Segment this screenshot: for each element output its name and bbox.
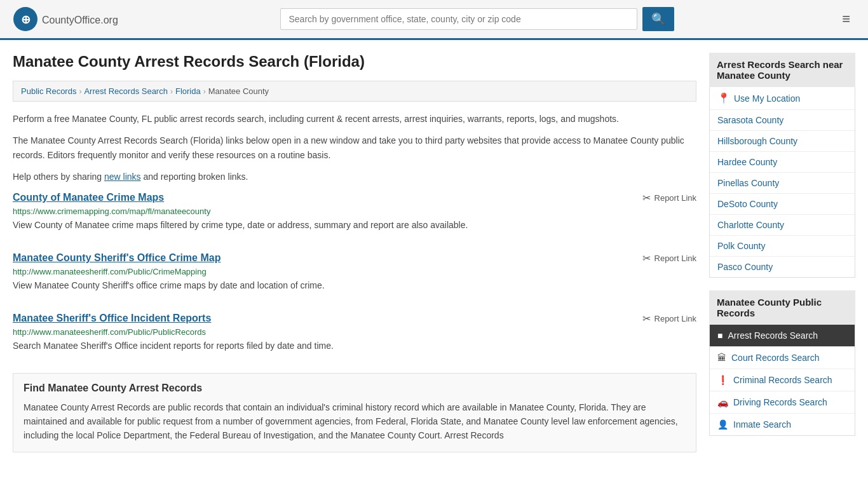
search-input[interactable] <box>280 8 637 30</box>
find-section: Find Manatee County Arrest Records Manat… <box>13 373 696 452</box>
breadcrumb-arrest-records[interactable]: Arrest Records Search <box>84 86 168 96</box>
nearby-list: 📍 Use My Location Sarasota CountyHillsbo… <box>709 87 855 278</box>
nearby-link-3[interactable]: Pinellas County <box>717 178 779 188</box>
find-text: Manatee County Arrest Records are public… <box>24 400 686 443</box>
description-para3: Help others by sharing new links and rep… <box>13 170 696 184</box>
report-link-2[interactable]: ✂ Report Link <box>642 313 696 325</box>
nearby-item-1[interactable]: Hillsborough County <box>710 131 855 152</box>
pr-link-4[interactable]: Inmate Search <box>733 419 791 430</box>
result-item: Manatee Sheriff's Office Incident Report… <box>13 313 696 358</box>
nearby-item-4[interactable]: DeSoto County <box>710 194 855 215</box>
new-links-link[interactable]: new links <box>104 172 141 182</box>
nearby-item-7[interactable]: Pasco County <box>710 257 855 277</box>
nearby-link-1[interactable]: Hillsborough County <box>717 136 797 146</box>
pr-icon-0: ■ <box>717 330 722 341</box>
find-title: Find Manatee County Arrest Records <box>24 383 686 394</box>
result-title-2[interactable]: Manatee Sheriff's Office Incident Report… <box>13 313 211 324</box>
page-title: Manatee County Arrest Records Search (Fl… <box>13 53 696 71</box>
sidebar: Arrest Records Search near Manatee Count… <box>709 53 855 452</box>
public-records-item-0[interactable]: ■Arrest Records Search <box>710 325 855 347</box>
logo-icon: ⊕ <box>13 6 38 32</box>
nearby-link-2[interactable]: Hardee County <box>717 157 777 167</box>
use-location-link[interactable]: Use My Location <box>734 93 800 104</box>
pr-icon-1: 🏛 <box>717 353 726 363</box>
pr-label-0: Arrest Records Search <box>728 330 818 341</box>
nearby-link-6[interactable]: Polk County <box>717 241 765 251</box>
breadcrumb-florida[interactable]: Florida <box>175 86 201 96</box>
nearby-link-0[interactable]: Sarasota County <box>717 115 783 125</box>
report-icon-2: ✂ <box>642 313 651 325</box>
location-pin-icon: 📍 <box>717 92 730 104</box>
menu-button[interactable]: ≡ <box>837 8 855 30</box>
breadcrumb-public-records[interactable]: Public Records <box>21 86 76 96</box>
public-records-heading: Manatee County Public Records <box>709 290 855 325</box>
use-location-item[interactable]: 📍 Use My Location <box>710 87 855 110</box>
public-records-item-3[interactable]: 🚗Driving Records Search <box>710 391 855 414</box>
report-icon-1: ✂ <box>642 252 651 264</box>
breadcrumb-sep-2: › <box>170 87 173 96</box>
pr-link-2[interactable]: Criminal Records Search <box>733 375 832 385</box>
result-title-0[interactable]: County of Manatee Crime Maps <box>13 192 164 203</box>
nearby-item-2[interactable]: Hardee County <box>710 152 855 173</box>
result-desc-1: View Manatee County Sheriff's office cri… <box>13 279 696 292</box>
nearby-item-6[interactable]: Polk County <box>710 236 855 257</box>
main-container: Manatee County Arrest Records Search (Fl… <box>0 40 868 465</box>
breadcrumb: Public Records › Arrest Records Search ›… <box>13 81 696 102</box>
result-title-1[interactable]: Manatee County Sheriff's Office Crime Ma… <box>13 252 220 264</box>
result-desc-0: View County of Manatee crime maps filter… <box>13 219 696 232</box>
svg-text:⊕: ⊕ <box>21 13 31 26</box>
nearby-link-5[interactable]: Charlotte County <box>717 220 784 230</box>
pr-icon-2: ❗ <box>717 375 728 385</box>
result-item: County of Manatee Crime Maps ✂ Report Li… <box>13 192 696 237</box>
nearby-item-0[interactable]: Sarasota County <box>710 110 855 131</box>
breadcrumb-sep-1: › <box>79 87 81 96</box>
breadcrumb-current: Manatee County <box>208 86 269 96</box>
public-records-item-4[interactable]: 👤Inmate Search <box>710 414 855 435</box>
breadcrumb-sep-3: › <box>203 87 206 96</box>
result-url-2: http://www.manateesheriff.com/Public/Pub… <box>13 327 696 337</box>
description-para1: Perform a free Manatee County, FL public… <box>13 112 696 126</box>
public-records-item-1[interactable]: 🏛Court Records Search <box>710 347 855 369</box>
pr-link-3[interactable]: Driving Records Search <box>733 397 827 407</box>
nearby-item-5[interactable]: Charlotte County <box>710 215 855 236</box>
content-area: Manatee County Arrest Records Search (Fl… <box>13 53 696 452</box>
public-records-list: ■Arrest Records Search🏛Court Records Sea… <box>709 325 855 436</box>
search-button[interactable]: 🔍 <box>642 7 674 31</box>
report-link-1[interactable]: ✂ Report Link <box>642 252 696 264</box>
result-item: Manatee County Sheriff's Office Crime Ma… <box>13 252 696 297</box>
logo-area[interactable]: ⊕ CountyOffice.org <box>13 6 118 32</box>
results-container: County of Manatee Crime Maps ✂ Report Li… <box>13 192 696 358</box>
logo-text: CountyOffice.org <box>42 12 118 27</box>
search-area: 🔍 <box>280 7 674 31</box>
nearby-link-7[interactable]: Pasco County <box>717 262 773 272</box>
nearby-item-3[interactable]: Pinellas County <box>710 173 855 194</box>
pr-icon-3: 🚗 <box>717 397 728 407</box>
pr-link-1[interactable]: Court Records Search <box>731 353 820 363</box>
result-desc-2: Search Manatee Sheriff's Office incident… <box>13 339 696 353</box>
pr-icon-4: 👤 <box>717 419 728 430</box>
result-url-0: https://www.crimemapping.com/map/fl/mana… <box>13 207 696 216</box>
nearby-link-4[interactable]: DeSoto County <box>717 199 778 209</box>
public-records-item-2[interactable]: ❗Criminal Records Search <box>710 369 855 391</box>
report-icon-0: ✂ <box>642 192 651 204</box>
report-link-0[interactable]: ✂ Report Link <box>642 192 696 204</box>
description-para2: The Manatee County Arrest Records Search… <box>13 133 696 162</box>
result-url-1: http://www.manateesheriff.com/Public/Cri… <box>13 267 696 276</box>
public-records-section: Manatee County Public Records ■Arrest Re… <box>709 290 855 436</box>
site-header: ⊕ CountyOffice.org 🔍 ≡ <box>0 0 868 40</box>
nearby-items-container: Sarasota CountyHillsborough CountyHardee… <box>710 110 855 277</box>
nearby-section: Arrest Records Search near Manatee Count… <box>709 53 855 278</box>
nearby-heading: Arrest Records Search near Manatee Count… <box>709 53 855 87</box>
